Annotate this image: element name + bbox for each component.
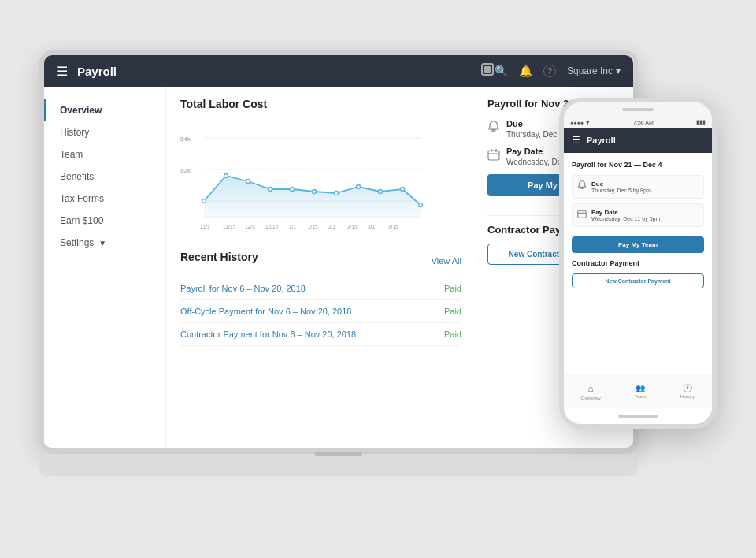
svg-text:1/1: 1/1 — [289, 224, 296, 229]
phone-bottom-nav: ⌂ Overview 👥 Team 🕐 History — [564, 374, 712, 408]
laptop-screen: ☰ Payroll 🔍 🔔 ? Square Inc ▾ — [39, 50, 638, 452]
phone-pay-my-team-button[interactable]: Pay My Team — [572, 236, 704, 253]
screen-content: ☰ Payroll 🔍 🔔 ? Square Inc ▾ — [44, 55, 633, 448]
history-link-2[interactable]: Off-Cycle Payment for Nov 6 – Nov 20, 20… — [180, 307, 351, 316]
topbar: ☰ Payroll 🔍 🔔 ? Square Inc ▾ — [44, 55, 633, 87]
help-icon[interactable]: ? — [543, 65, 556, 77]
square-logo — [480, 62, 495, 80]
phone-notch-bar — [564, 102, 712, 117]
history-status-3: Paid — [444, 329, 461, 339]
sidebar-label-earn: Earn $100 — [60, 215, 103, 226]
svg-point-25 — [335, 192, 339, 195]
svg-text:12/15: 12/15 — [265, 224, 279, 229]
history-link-3[interactable]: Contractor Payment for Nov 6 – Nov 20, 2… — [180, 329, 356, 339]
sidebar-label-taxforms: Tax Forms — [60, 193, 104, 204]
svg-point-21 — [246, 180, 250, 184]
phone-paydate-section: Pay Date Wednesday, Dec 11 by 5pm — [572, 203, 704, 227]
history-row-3: Contractor Payment for Nov 6 – Nov 20, 2… — [180, 323, 461, 346]
phone: ●●●● ▼ 7:56 AM ▮▮▮ ☰ Payroll Payroll for… — [559, 98, 717, 429]
chart-title: Total Labor Cost — [180, 98, 461, 110]
svg-text:12/1: 12/1 — [245, 224, 255, 229]
phone-team-label: Team — [635, 394, 647, 399]
phone-new-contractor-button[interactable]: New Contractor Payment — [572, 273, 704, 288]
user-menu[interactable]: Square Inc ▾ — [567, 65, 621, 76]
hamburger-icon[interactable]: ☰ — [57, 64, 68, 79]
phone-battery: ▮▮▮ — [696, 119, 706, 125]
phone-history-icon: 🕐 — [683, 384, 692, 392]
sidebar-label-team: Team — [60, 149, 83, 160]
laptop: ☰ Payroll 🔍 🔔 ? Square Inc ▾ — [39, 50, 638, 476]
svg-text:3/1: 3/1 — [368, 224, 375, 229]
phone-paydate-value: Wednesday, Dec 11 by 5pm — [591, 216, 660, 221]
main-layout: Overview History Team Benefits Tax Forms — [44, 87, 633, 448]
svg-point-27 — [379, 190, 383, 194]
phone-calendar-icon — [577, 209, 587, 221]
phone-section-title: Payroll for Nov 21 — Dec 4 — [572, 161, 704, 169]
phone-app-title: Payroll — [587, 136, 616, 145]
phone-time: 7:56 AM — [633, 120, 654, 125]
phone-topbar: ☰ Payroll — [564, 128, 712, 153]
sidebar-item-benefits[interactable]: Benefits — [44, 166, 165, 188]
svg-text:$4k: $4k — [180, 136, 191, 143]
scene: ☰ Payroll 🔍 🔔 ? Square Inc ▾ — [39, 50, 717, 508]
phone-nav-team[interactable]: 👥 Team — [635, 384, 647, 399]
sidebar-item-taxforms[interactable]: Tax Forms — [44, 188, 165, 210]
sidebar-label-overview: Overview — [60, 105, 102, 116]
recent-history-title: Recent History — [180, 251, 258, 263]
history-link-1[interactable]: Payroll for Nov 6 – Nov 20, 2018 — [180, 284, 306, 293]
chart-area: $4k $2k 11/1 11/15 12/1 12/15 1/1 1/15 2… — [180, 118, 461, 240]
svg-rect-1 — [484, 66, 491, 73]
phone-due-value: Thursday, Dec 5 by 8pm — [591, 188, 651, 193]
recent-history-header: Recent History View All — [180, 251, 461, 271]
phone-paydate-label: Pay Date — [591, 209, 660, 216]
phone-hamburger-icon[interactable]: ☰ — [572, 135, 580, 146]
phone-signal: ●●●● ▼ — [570, 120, 591, 125]
svg-rect-30 — [488, 151, 499, 160]
phone-notch — [622, 108, 654, 111]
laptop-notch — [315, 452, 362, 456]
phone-team-icon: 👥 — [636, 384, 645, 392]
app-title: Payroll — [77, 65, 480, 78]
calendar-icon — [487, 148, 500, 165]
svg-marker-18 — [204, 176, 421, 217]
svg-point-28 — [401, 188, 405, 192]
svg-point-19 — [202, 199, 206, 203]
view-all-link[interactable]: View All — [432, 256, 461, 266]
phone-paydate-info: Pay Date Wednesday, Dec 11 by 5pm — [591, 209, 660, 221]
sidebar: Overview History Team Benefits Tax Forms — [44, 87, 166, 448]
sidebar-item-settings[interactable]: Settings ▼ — [44, 232, 165, 254]
bell-info-icon — [487, 121, 500, 137]
phone-home-indicator — [564, 408, 712, 424]
sidebar-label-history: History — [60, 127, 89, 138]
phone-contractor-title: Contractor Payment — [572, 259, 704, 267]
sidebar-item-overview[interactable]: Overview — [44, 99, 165, 121]
dropdown-icon: ▾ — [616, 65, 621, 76]
bell-icon[interactable]: 🔔 — [519, 65, 532, 77]
svg-text:2/1: 2/1 — [328, 224, 335, 229]
phone-nav-history[interactable]: 🕐 History — [680, 384, 695, 399]
svg-text:$2k: $2k — [180, 167, 191, 174]
main-content: Total Labor Cost $4k $2k — [166, 87, 476, 448]
svg-text:1/15: 1/15 — [308, 224, 318, 229]
phone-home-bar — [618, 415, 658, 418]
phone-due-info: Due Thursday, Dec 5 by 8pm — [591, 180, 651, 193]
phone-status-bar: ●●●● ▼ 7:56 AM ▮▮▮ — [564, 117, 712, 128]
phone-bell-icon — [577, 180, 587, 192]
svg-text:3/15: 3/15 — [388, 224, 398, 229]
svg-point-22 — [269, 188, 272, 192]
svg-point-24 — [313, 190, 317, 194]
settings-chevron-icon: ▼ — [98, 239, 106, 247]
sidebar-item-earn[interactable]: Earn $100 — [44, 210, 165, 232]
laptop-base — [39, 454, 638, 476]
phone-content: Payroll for Nov 21 — Dec 4 Due Thursday,… — [564, 153, 712, 374]
search-icon[interactable]: 🔍 — [495, 65, 508, 77]
user-label: Square Inc — [567, 65, 613, 76]
phone-overview-label: Overview — [581, 396, 601, 400]
svg-text:2/15: 2/15 — [347, 224, 358, 229]
sidebar-item-history[interactable]: History — [44, 121, 165, 143]
sidebar-item-team[interactable]: Team — [44, 143, 165, 166]
sidebar-label-settings: Settings — [60, 237, 94, 248]
phone-nav-overview[interactable]: ⌂ Overview — [581, 383, 601, 400]
phone-due-section: Due Thursday, Dec 5 by 8pm — [572, 175, 704, 199]
svg-point-23 — [291, 188, 295, 192]
